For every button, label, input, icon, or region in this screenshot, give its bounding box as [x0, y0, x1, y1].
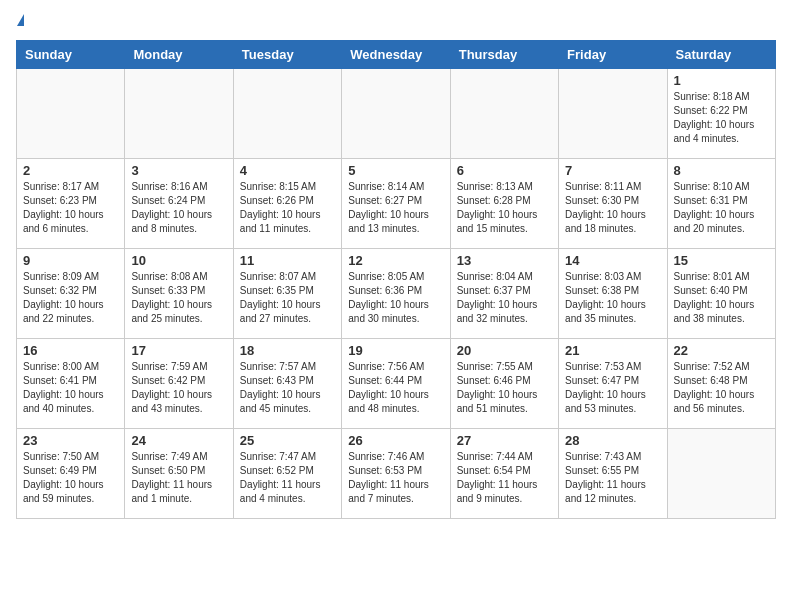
day-info-15: Sunrise: 8:01 AM Sunset: 6:40 PM Dayligh… — [674, 270, 769, 326]
day-info-13: Sunrise: 8:04 AM Sunset: 6:37 PM Dayligh… — [457, 270, 552, 326]
empty-cell — [125, 69, 233, 159]
day-number-23: 23 — [23, 433, 118, 448]
day-cell-24: 24Sunrise: 7:49 AM Sunset: 6:50 PM Dayli… — [125, 429, 233, 519]
day-info-14: Sunrise: 8:03 AM Sunset: 6:38 PM Dayligh… — [565, 270, 660, 326]
day-cell-15: 15Sunrise: 8:01 AM Sunset: 6:40 PM Dayli… — [667, 249, 775, 339]
day-number-14: 14 — [565, 253, 660, 268]
weekday-header-row: SundayMondayTuesdayWednesdayThursdayFrid… — [17, 41, 776, 69]
day-info-11: Sunrise: 8:07 AM Sunset: 6:35 PM Dayligh… — [240, 270, 335, 326]
day-info-3: Sunrise: 8:16 AM Sunset: 6:24 PM Dayligh… — [131, 180, 226, 236]
day-info-1: Sunrise: 8:18 AM Sunset: 6:22 PM Dayligh… — [674, 90, 769, 146]
day-number-21: 21 — [565, 343, 660, 358]
week-row-2: 2Sunrise: 8:17 AM Sunset: 6:23 PM Daylig… — [17, 159, 776, 249]
day-info-4: Sunrise: 8:15 AM Sunset: 6:26 PM Dayligh… — [240, 180, 335, 236]
day-info-19: Sunrise: 7:56 AM Sunset: 6:44 PM Dayligh… — [348, 360, 443, 416]
week-row-3: 9Sunrise: 8:09 AM Sunset: 6:32 PM Daylig… — [17, 249, 776, 339]
weekday-header-sunday: Sunday — [17, 41, 125, 69]
day-number-27: 27 — [457, 433, 552, 448]
day-number-24: 24 — [131, 433, 226, 448]
day-info-6: Sunrise: 8:13 AM Sunset: 6:28 PM Dayligh… — [457, 180, 552, 236]
day-cell-20: 20Sunrise: 7:55 AM Sunset: 6:46 PM Dayli… — [450, 339, 558, 429]
empty-cell — [667, 429, 775, 519]
day-number-4: 4 — [240, 163, 335, 178]
weekday-header-wednesday: Wednesday — [342, 41, 450, 69]
day-info-23: Sunrise: 7:50 AM Sunset: 6:49 PM Dayligh… — [23, 450, 118, 506]
day-number-28: 28 — [565, 433, 660, 448]
day-cell-9: 9Sunrise: 8:09 AM Sunset: 6:32 PM Daylig… — [17, 249, 125, 339]
weekday-header-tuesday: Tuesday — [233, 41, 341, 69]
day-info-2: Sunrise: 8:17 AM Sunset: 6:23 PM Dayligh… — [23, 180, 118, 236]
day-cell-7: 7Sunrise: 8:11 AM Sunset: 6:30 PM Daylig… — [559, 159, 667, 249]
day-cell-4: 4Sunrise: 8:15 AM Sunset: 6:26 PM Daylig… — [233, 159, 341, 249]
day-info-22: Sunrise: 7:52 AM Sunset: 6:48 PM Dayligh… — [674, 360, 769, 416]
day-number-17: 17 — [131, 343, 226, 358]
day-number-10: 10 — [131, 253, 226, 268]
day-info-27: Sunrise: 7:44 AM Sunset: 6:54 PM Dayligh… — [457, 450, 552, 506]
day-cell-10: 10Sunrise: 8:08 AM Sunset: 6:33 PM Dayli… — [125, 249, 233, 339]
page: SundayMondayTuesdayWednesdayThursdayFrid… — [0, 0, 792, 535]
empty-cell — [342, 69, 450, 159]
day-cell-2: 2Sunrise: 8:17 AM Sunset: 6:23 PM Daylig… — [17, 159, 125, 249]
day-cell-5: 5Sunrise: 8:14 AM Sunset: 6:27 PM Daylig… — [342, 159, 450, 249]
day-info-25: Sunrise: 7:47 AM Sunset: 6:52 PM Dayligh… — [240, 450, 335, 506]
day-info-9: Sunrise: 8:09 AM Sunset: 6:32 PM Dayligh… — [23, 270, 118, 326]
day-number-8: 8 — [674, 163, 769, 178]
day-info-5: Sunrise: 8:14 AM Sunset: 6:27 PM Dayligh… — [348, 180, 443, 236]
day-number-26: 26 — [348, 433, 443, 448]
day-info-16: Sunrise: 8:00 AM Sunset: 6:41 PM Dayligh… — [23, 360, 118, 416]
day-info-24: Sunrise: 7:49 AM Sunset: 6:50 PM Dayligh… — [131, 450, 226, 506]
day-cell-13: 13Sunrise: 8:04 AM Sunset: 6:37 PM Dayli… — [450, 249, 558, 339]
week-row-1: 1Sunrise: 8:18 AM Sunset: 6:22 PM Daylig… — [17, 69, 776, 159]
week-row-5: 23Sunrise: 7:50 AM Sunset: 6:49 PM Dayli… — [17, 429, 776, 519]
day-info-12: Sunrise: 8:05 AM Sunset: 6:36 PM Dayligh… — [348, 270, 443, 326]
empty-cell — [450, 69, 558, 159]
header — [16, 16, 776, 28]
day-number-12: 12 — [348, 253, 443, 268]
day-number-6: 6 — [457, 163, 552, 178]
day-cell-23: 23Sunrise: 7:50 AM Sunset: 6:49 PM Dayli… — [17, 429, 125, 519]
day-cell-1: 1Sunrise: 8:18 AM Sunset: 6:22 PM Daylig… — [667, 69, 775, 159]
empty-cell — [17, 69, 125, 159]
day-info-21: Sunrise: 7:53 AM Sunset: 6:47 PM Dayligh… — [565, 360, 660, 416]
day-number-2: 2 — [23, 163, 118, 178]
day-number-25: 25 — [240, 433, 335, 448]
day-info-17: Sunrise: 7:59 AM Sunset: 6:42 PM Dayligh… — [131, 360, 226, 416]
day-cell-26: 26Sunrise: 7:46 AM Sunset: 6:53 PM Dayli… — [342, 429, 450, 519]
day-cell-22: 22Sunrise: 7:52 AM Sunset: 6:48 PM Dayli… — [667, 339, 775, 429]
day-cell-19: 19Sunrise: 7:56 AM Sunset: 6:44 PM Dayli… — [342, 339, 450, 429]
logo-triangle-icon — [17, 14, 24, 26]
day-cell-28: 28Sunrise: 7:43 AM Sunset: 6:55 PM Dayli… — [559, 429, 667, 519]
day-number-9: 9 — [23, 253, 118, 268]
day-info-28: Sunrise: 7:43 AM Sunset: 6:55 PM Dayligh… — [565, 450, 660, 506]
day-info-26: Sunrise: 7:46 AM Sunset: 6:53 PM Dayligh… — [348, 450, 443, 506]
week-row-4: 16Sunrise: 8:00 AM Sunset: 6:41 PM Dayli… — [17, 339, 776, 429]
weekday-header-monday: Monday — [125, 41, 233, 69]
day-number-11: 11 — [240, 253, 335, 268]
day-cell-8: 8Sunrise: 8:10 AM Sunset: 6:31 PM Daylig… — [667, 159, 775, 249]
day-number-13: 13 — [457, 253, 552, 268]
logo — [16, 16, 24, 28]
day-cell-17: 17Sunrise: 7:59 AM Sunset: 6:42 PM Dayli… — [125, 339, 233, 429]
day-number-16: 16 — [23, 343, 118, 358]
day-info-10: Sunrise: 8:08 AM Sunset: 6:33 PM Dayligh… — [131, 270, 226, 326]
day-number-3: 3 — [131, 163, 226, 178]
calendar: SundayMondayTuesdayWednesdayThursdayFrid… — [16, 40, 776, 519]
day-number-20: 20 — [457, 343, 552, 358]
weekday-header-saturday: Saturday — [667, 41, 775, 69]
day-cell-11: 11Sunrise: 8:07 AM Sunset: 6:35 PM Dayli… — [233, 249, 341, 339]
day-number-22: 22 — [674, 343, 769, 358]
day-cell-25: 25Sunrise: 7:47 AM Sunset: 6:52 PM Dayli… — [233, 429, 341, 519]
day-number-7: 7 — [565, 163, 660, 178]
day-cell-16: 16Sunrise: 8:00 AM Sunset: 6:41 PM Dayli… — [17, 339, 125, 429]
day-number-15: 15 — [674, 253, 769, 268]
day-info-8: Sunrise: 8:10 AM Sunset: 6:31 PM Dayligh… — [674, 180, 769, 236]
empty-cell — [559, 69, 667, 159]
weekday-header-thursday: Thursday — [450, 41, 558, 69]
day-cell-14: 14Sunrise: 8:03 AM Sunset: 6:38 PM Dayli… — [559, 249, 667, 339]
day-cell-21: 21Sunrise: 7:53 AM Sunset: 6:47 PM Dayli… — [559, 339, 667, 429]
day-cell-18: 18Sunrise: 7:57 AM Sunset: 6:43 PM Dayli… — [233, 339, 341, 429]
day-cell-6: 6Sunrise: 8:13 AM Sunset: 6:28 PM Daylig… — [450, 159, 558, 249]
day-cell-12: 12Sunrise: 8:05 AM Sunset: 6:36 PM Dayli… — [342, 249, 450, 339]
day-info-18: Sunrise: 7:57 AM Sunset: 6:43 PM Dayligh… — [240, 360, 335, 416]
day-number-5: 5 — [348, 163, 443, 178]
